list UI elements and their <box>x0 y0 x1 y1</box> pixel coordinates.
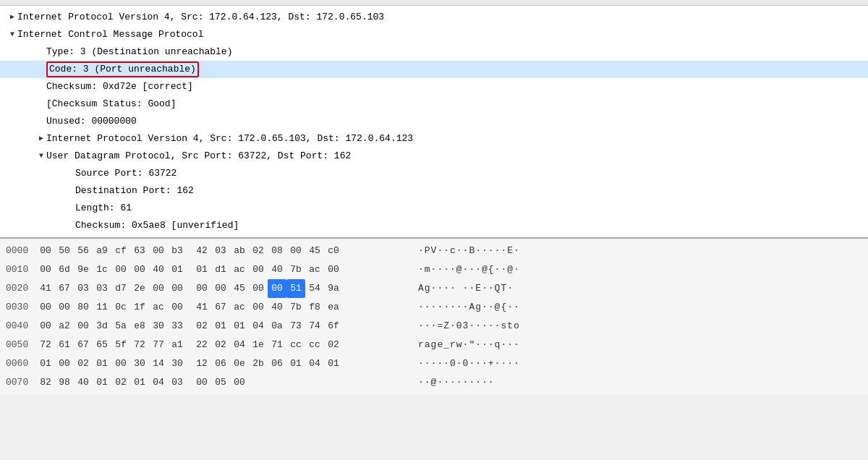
hex-byte[interactable]: 04 <box>149 373 168 392</box>
hex-byte[interactable]: 00 <box>249 279 268 298</box>
hex-byte[interactable]: a9 <box>93 242 111 260</box>
hex-byte[interactable]: 03 <box>74 279 93 298</box>
hex-byte[interactable]: ac <box>149 298 168 317</box>
hex-byte[interactable]: 82 <box>36 373 55 392</box>
tree-row-icmp-unused[interactable]: Unused: 00000000 <box>0 113 868 130</box>
hex-byte[interactable]: 00 <box>286 242 305 260</box>
hex-byte[interactable]: 0c <box>111 298 130 317</box>
hex-byte[interactable]: f8 <box>305 298 324 317</box>
hex-byte[interactable]: 00 <box>211 279 230 298</box>
hex-byte[interactable]: 63 <box>130 242 149 260</box>
hex-byte[interactable]: 22 <box>192 336 211 354</box>
hex-byte[interactable]: 14 <box>149 354 168 373</box>
hex-byte[interactable]: 41 <box>36 279 55 298</box>
hex-byte[interactable]: 72 <box>130 336 149 354</box>
hex-byte[interactable]: 00 <box>168 279 187 298</box>
tree-row-icmp-checksum[interactable]: Checksum: 0xd72e [correct] <box>0 78 868 95</box>
hex-byte[interactable]: 00 <box>36 317 55 336</box>
expand-icon[interactable]: ▶ <box>7 9 17 25</box>
hex-byte[interactable]: 56 <box>74 242 93 260</box>
hex-byte[interactable]: 3d <box>93 317 111 336</box>
hex-byte[interactable]: 51 <box>286 279 305 298</box>
tree-row-udp-expanded[interactable]: ▼User Datagram Protocol, Src Port: 63722… <box>0 148 868 165</box>
hex-byte[interactable]: 00 <box>249 260 268 279</box>
hex-byte[interactable]: 02 <box>192 317 211 336</box>
hex-byte[interactable]: 7b <box>286 260 305 279</box>
hex-byte[interactable]: cc <box>305 336 324 354</box>
expand-icon[interactable]: ▶ <box>36 131 46 147</box>
tree-row-ip4-collapsed[interactable]: ▶Internet Protocol Version 4, Src: 172.0… <box>0 9 868 26</box>
hex-byte[interactable]: 08 <box>268 242 286 260</box>
hex-byte[interactable]: a1 <box>168 336 187 354</box>
hex-byte[interactable]: 6d <box>55 260 74 279</box>
hex-byte[interactable]: 9e <box>74 260 93 279</box>
hex-byte[interactable]: 01 <box>211 317 230 336</box>
hex-byte[interactable]: 5f <box>111 336 130 354</box>
hex-byte[interactable]: 54 <box>305 279 324 298</box>
hex-byte[interactable]: 00 <box>249 298 268 317</box>
hex-byte[interactable]: a2 <box>55 317 74 336</box>
hex-byte[interactable]: 01 <box>324 354 343 373</box>
hex-byte[interactable]: 03 <box>211 242 230 260</box>
hex-byte[interactable]: 00 <box>192 373 211 392</box>
hex-byte[interactable]: 01 <box>286 354 305 373</box>
hex-byte[interactable]: 04 <box>305 354 324 373</box>
hex-byte[interactable]: 00 <box>324 260 343 279</box>
hex-byte[interactable]: 0e <box>230 354 249 373</box>
hex-byte[interactable]: 1c <box>93 260 111 279</box>
hex-byte[interactable]: 06 <box>268 354 286 373</box>
hex-byte[interactable]: 04 <box>230 336 249 354</box>
hex-byte[interactable]: 5a <box>111 317 130 336</box>
hex-byte[interactable]: 00 <box>55 298 74 317</box>
hex-byte[interactable]: 6f <box>324 317 343 336</box>
hex-byte[interactable]: 74 <box>305 317 324 336</box>
hex-byte[interactable]: 71 <box>268 336 286 354</box>
tree-row-udp-dst-port[interactable]: Destination Port: 162 <box>0 182 868 200</box>
hex-byte[interactable]: cc <box>286 336 305 354</box>
hex-byte[interactable]: d7 <box>111 279 130 298</box>
hex-byte[interactable]: 00 <box>149 279 168 298</box>
hex-byte[interactable]: 1e <box>249 336 268 354</box>
hex-byte[interactable]: 65 <box>93 336 111 354</box>
hex-byte[interactable]: 1f <box>130 298 149 317</box>
hex-byte[interactable]: 00 <box>55 354 74 373</box>
hex-byte[interactable]: 98 <box>55 373 74 392</box>
hex-byte[interactable]: ab <box>230 242 249 260</box>
hex-byte[interactable]: 33 <box>168 317 187 336</box>
tree-row-udp-checksum[interactable]: Checksum: 0x5ae8 [unverified] <box>0 217 868 234</box>
hex-byte[interactable]: 42 <box>192 242 211 260</box>
hex-byte[interactable]: 30 <box>149 317 168 336</box>
hex-byte[interactable]: 01 <box>168 260 187 279</box>
hex-byte[interactable]: 00 <box>74 317 93 336</box>
hex-byte[interactable]: e8 <box>130 317 149 336</box>
expand-icon[interactable]: ▼ <box>7 27 17 43</box>
hex-byte[interactable]: 40 <box>268 260 286 279</box>
hex-byte[interactable]: 00 <box>36 260 55 279</box>
hex-byte[interactable]: b3 <box>168 242 187 260</box>
hex-byte[interactable]: 12 <box>192 354 211 373</box>
hex-byte[interactable]: 00 <box>149 242 168 260</box>
hex-byte[interactable]: 7b <box>286 298 305 317</box>
hex-byte[interactable]: 77 <box>149 336 168 354</box>
hex-byte[interactable]: ac <box>305 260 324 279</box>
hex-byte[interactable]: ac <box>230 298 249 317</box>
hex-byte[interactable]: 40 <box>268 298 286 317</box>
hex-byte[interactable]: 01 <box>36 354 55 373</box>
tree-row-udp-length[interactable]: Length: 61 <box>0 200 868 217</box>
tree-row-ip4-inner[interactable]: ▶Internet Protocol Version 4, Src: 172.0… <box>0 130 868 148</box>
hex-byte[interactable]: 06 <box>211 354 230 373</box>
hex-byte[interactable]: 02 <box>324 336 343 354</box>
hex-byte[interactable]: 00 <box>168 298 187 317</box>
tree-row-icmp-checksum-status[interactable]: [Checksum Status: Good] <box>0 95 868 113</box>
hex-byte[interactable]: 50 <box>55 242 74 260</box>
hex-byte[interactable]: 67 <box>55 279 74 298</box>
hex-byte[interactable]: 45 <box>305 242 324 260</box>
hex-byte[interactable]: 01 <box>230 317 249 336</box>
hex-byte[interactable]: 67 <box>211 298 230 317</box>
hex-byte[interactable]: 02 <box>249 242 268 260</box>
hex-byte[interactable]: 02 <box>74 354 93 373</box>
hex-byte[interactable]: 02 <box>211 336 230 354</box>
hex-byte[interactable]: 0a <box>268 317 286 336</box>
expand-icon[interactable]: ▼ <box>36 148 46 164</box>
hex-byte[interactable]: 2b <box>249 354 268 373</box>
